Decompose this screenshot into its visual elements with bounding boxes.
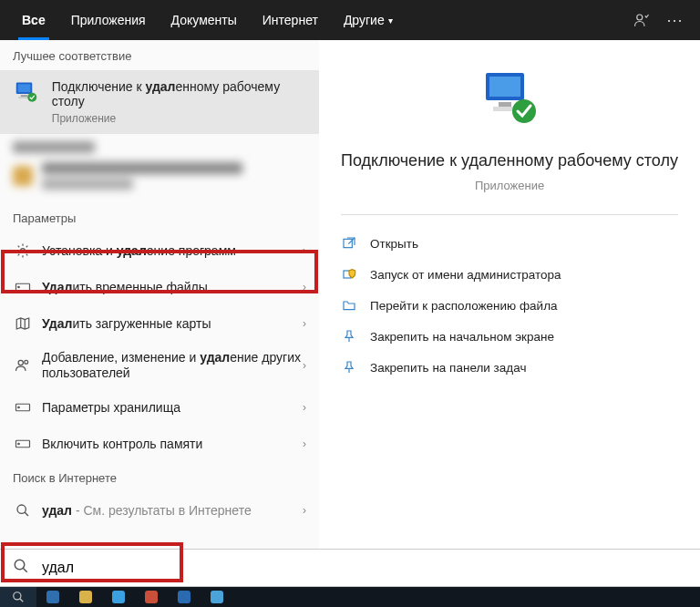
param-storage[interactable]: Параметры хранилища: [0, 389, 319, 426]
search-icon: [13, 503, 33, 518]
action-run-admin[interactable]: Запуск от имени администратора: [341, 259, 678, 290]
open-icon: [341, 235, 357, 252]
action-pin-start[interactable]: Закрепить на начальном экране: [341, 321, 678, 352]
svg-point-9: [18, 360, 23, 365]
best-match-header: Лучшее соответствие: [0, 40, 319, 70]
action-open[interactable]: Открыть: [341, 228, 678, 259]
rdp-icon: [13, 79, 41, 108]
web-search-header: Поиск в Интернете: [0, 462, 319, 492]
param-delete-maps[interactable]: Удалить загруженные карты: [0, 305, 319, 342]
taskbar-search-icon[interactable]: [0, 587, 36, 607]
chevron-right-icon: [303, 244, 306, 257]
svg-point-0: [637, 15, 643, 20]
tab-docs[interactable]: Документы: [159, 0, 250, 40]
divider: [341, 214, 678, 215]
svg-rect-3: [21, 95, 28, 97]
taskbar-app[interactable]: [36, 587, 69, 607]
chevron-right-icon: [303, 317, 306, 330]
taskbar-app[interactable]: [135, 587, 168, 607]
preview-title: Подключение к удаленному рабочему столу: [341, 149, 678, 171]
best-match-result[interactable]: Подключение к удаленному рабочему столу …: [0, 70, 319, 134]
chevron-right-icon: [303, 504, 306, 517]
chevron-right-icon: [303, 359, 306, 372]
svg-rect-18: [499, 102, 511, 107]
svg-rect-2: [18, 84, 31, 92]
svg-point-15: [17, 505, 26, 513]
search-bar: [0, 549, 700, 587]
pin-start-icon: [341, 328, 357, 345]
action-file-location[interactable]: Перейти к расположению файла: [341, 290, 678, 321]
best-match-subtitle: Приложение: [52, 112, 306, 125]
web-search-result[interactable]: удал - См. результаты в Интернете: [0, 492, 319, 529]
search-icon: [13, 558, 33, 578]
param-delete-temp[interactable]: Удалить временные файлы: [0, 269, 319, 305]
svg-point-6: [21, 249, 26, 253]
param-users[interactable]: Добавление, изменение и удаление других …: [0, 342, 319, 389]
action-pin-taskbar[interactable]: Закрепить на панели задач: [341, 352, 678, 383]
tab-all[interactable]: Все: [9, 0, 58, 40]
param-memory-control[interactable]: Включить контроль памяти: [0, 426, 319, 462]
svg-point-23: [15, 560, 25, 570]
svg-point-12: [18, 406, 20, 408]
best-match-title: Подключение к удаленному рабочему столу: [52, 79, 306, 108]
folder-location-icon: [341, 297, 357, 314]
svg-point-20: [512, 99, 536, 123]
svg-point-14: [18, 443, 20, 445]
params-header: Параметры: [0, 202, 319, 232]
storage-icon: [13, 437, 33, 450]
chevron-right-icon: [303, 281, 306, 293]
taskbar-app[interactable]: [69, 587, 102, 607]
tab-web[interactable]: Интернет: [250, 0, 331, 40]
feedback-icon[interactable]: [625, 4, 658, 36]
chevron-right-icon: [303, 401, 306, 414]
search-tabs: Все Приложения Документы Интернет Другие…: [0, 0, 700, 40]
map-icon: [13, 316, 33, 331]
svg-point-8: [18, 286, 20, 288]
storage-icon: [13, 401, 33, 414]
taskbar-app[interactable]: [201, 587, 233, 607]
gear-icon: [13, 242, 33, 259]
svg-point-5: [28, 93, 37, 102]
svg-rect-21: [344, 240, 352, 248]
chevron-right-icon: [303, 437, 306, 450]
preview-app-icon: [341, 67, 678, 133]
chevron-down-icon: ▾: [388, 15, 393, 26]
admin-shield-icon: [341, 266, 357, 283]
pin-taskbar-icon: [341, 359, 357, 376]
taskbar-app[interactable]: [102, 587, 135, 607]
blurred-result: [0, 134, 319, 202]
more-options-icon[interactable]: ⋯: [658, 4, 691, 36]
tab-apps[interactable]: Приложения: [58, 0, 159, 40]
preview-panel: Подключение к удаленному рабочему столу …: [319, 40, 700, 569]
svg-point-24: [14, 592, 21, 600]
taskbar-app[interactable]: [168, 587, 201, 607]
param-install-uninstall[interactable]: Установка и удаление программ: [0, 232, 319, 269]
preview-subtitle: Приложение: [341, 179, 678, 192]
results-panel: Лучшее соответствие Подключение к удален…: [0, 40, 319, 569]
storage-icon: [13, 281, 33, 293]
search-input[interactable]: [33, 560, 687, 576]
tab-more[interactable]: Другие ▾: [331, 0, 406, 40]
svg-rect-17: [489, 77, 520, 97]
users-icon: [13, 357, 33, 374]
svg-point-10: [25, 360, 28, 364]
taskbar: [0, 587, 700, 607]
